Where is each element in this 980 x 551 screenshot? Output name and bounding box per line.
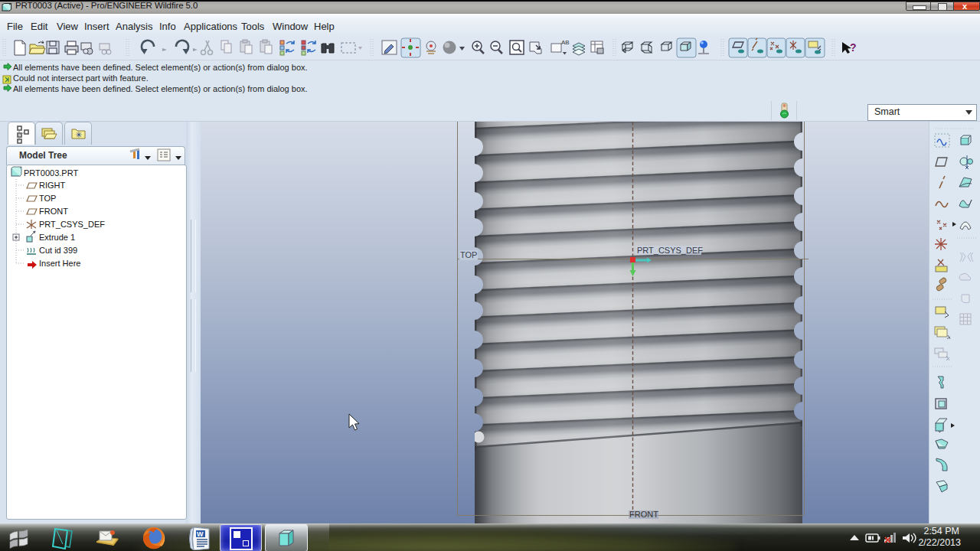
svg-text:FRONT: FRONT xyxy=(39,207,68,216)
svg-text:Insert Here: Insert Here xyxy=(39,259,80,268)
svg-text:PRT_CSYS_DEF: PRT_CSYS_DEF xyxy=(39,220,105,229)
svg-text:Cut id 399: Cut id 399 xyxy=(39,246,77,255)
svg-text:TOP: TOP xyxy=(39,194,56,203)
svg-text:✳: ✳ xyxy=(75,130,82,139)
svg-text:AB: AB xyxy=(561,39,570,46)
svg-text:W: W xyxy=(197,530,204,538)
svg-text:FRONT: FRONT xyxy=(629,510,658,519)
svg-text:TOP: TOP xyxy=(460,250,477,259)
svg-text:PRT_CSYS_DEF: PRT_CSYS_DEF xyxy=(637,246,703,255)
svg-text:Extrude 1: Extrude 1 xyxy=(39,233,75,242)
svg-text:RIGHT: RIGHT xyxy=(39,181,66,190)
svg-text:PRT0003.PRT: PRT0003.PRT xyxy=(24,168,78,178)
svg-text:?: ? xyxy=(850,41,857,54)
